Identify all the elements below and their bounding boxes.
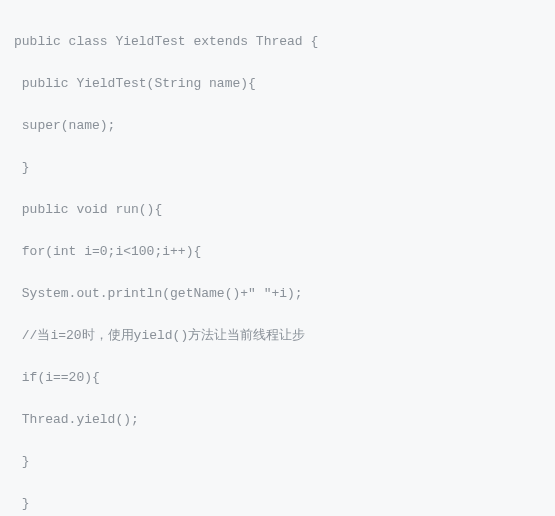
code-line: } [14, 493, 541, 514]
code-line: for(int i=0;i<100;i++){ [14, 241, 541, 262]
code-block: public class YieldTest extends Thread { … [14, 10, 541, 516]
code-line: public void run(){ [14, 199, 541, 220]
code-line: public YieldTest(String name){ [14, 73, 541, 94]
code-line: } [14, 451, 541, 472]
code-line: if(i==20){ [14, 367, 541, 388]
code-line: Thread.yield(); [14, 409, 541, 430]
code-line: super(name); [14, 115, 541, 136]
code-line: public class YieldTest extends Thread { [14, 31, 541, 52]
code-line: System.out.println(getName()+" "+i); [14, 283, 541, 304]
code-line: //当i=20时，使用yield()方法让当前线程让步 [14, 325, 541, 346]
code-line: } [14, 157, 541, 178]
